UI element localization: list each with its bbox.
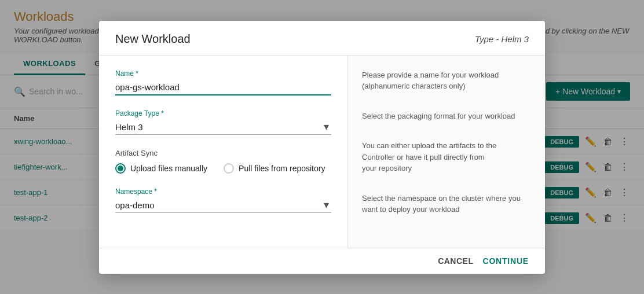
upload-radio-option[interactable]: Upload files manually [115,163,207,174]
name-label: Name * [115,69,331,78]
modal-footer: CANCEL CONTINUE [99,248,545,274]
modal-title: New Workload [115,32,191,46]
package-type-label: Package Type * [115,109,331,117]
name-hint: Please provide a name for your workload … [362,69,531,92]
name-input[interactable] [115,80,331,95]
name-field-group: Name * [115,69,331,95]
namespace-field-group: Namespace * opa-demo default kube-system… [115,188,331,213]
modal-header: New Workload Type - Helm 3 [99,21,545,56]
modal-form: Name * Package Type * Helm 3 Helm 2 Raw … [99,56,348,248]
namespace-select-wrapper: opa-demo default kube-system ▾ [115,198,331,213]
pull-radio-circle [224,163,234,174]
package-type-select[interactable]: Helm 3 Helm 2 Raw YAML Kustomize [115,120,331,134]
namespace-select[interactable]: opa-demo default kube-system [115,198,331,212]
modal-type-label: Type - Helm 3 [475,34,529,44]
upload-radio-circle [115,163,126,174]
namespace-label: Namespace * [115,188,331,196]
cancel-button[interactable]: CANCEL [438,256,473,266]
package-type-select-wrapper: Helm 3 Helm 2 Raw YAML Kustomize ▾ [115,120,331,135]
artifact-sync-radio-group: Upload files manually Pull files from re… [115,163,331,174]
upload-radio-label: Upload files manually [130,164,207,173]
package-type-group: Package Type * Helm 3 Helm 2 Raw YAML Ku… [115,109,331,135]
package-type-hint: Select the packaging format for your wor… [362,111,531,122]
modal-hints-panel: Please provide a name for your workload … [348,56,545,248]
new-workload-modal: New Workload Type - Helm 3 Name * Packag… [99,21,545,274]
artifact-sync-label: Artifact Sync [115,149,331,157]
modal-overlay: New Workload Type - Helm 3 Name * Packag… [0,0,644,294]
namespace-hint: Select the namespace on the cluster wher… [362,193,531,215]
pull-radio-label: Pull files from repository [239,164,325,173]
artifact-sync-hint: You can either upload the artifacts to t… [362,140,531,174]
continue-button[interactable]: CONTINUE [482,256,529,266]
pull-radio-option[interactable]: Pull files from repository [224,163,325,174]
upload-radio-dot [118,166,123,171]
artifact-sync-group: Artifact Sync Upload files manually Pull… [115,149,331,174]
modal-body: Name * Package Type * Helm 3 Helm 2 Raw … [99,56,545,248]
